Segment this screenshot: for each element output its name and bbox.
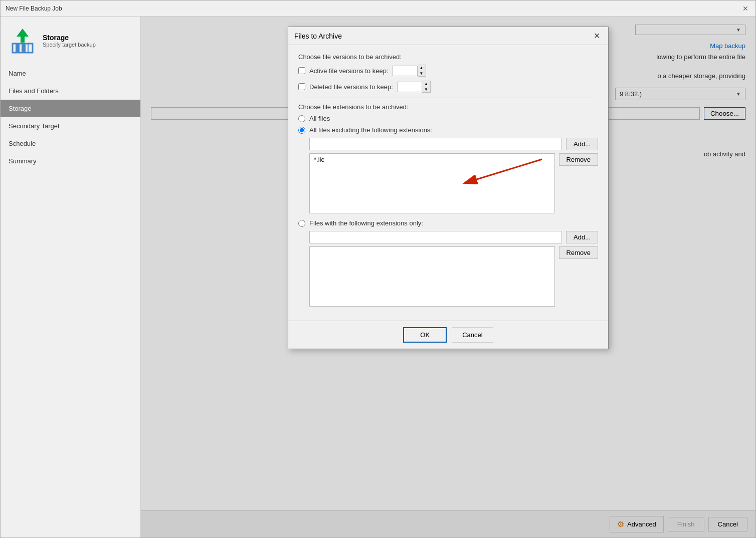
- modal-title: Files to Archive: [294, 32, 342, 40]
- excluding-radio-row: All files excluding the following extens…: [298, 126, 598, 134]
- sidebar-item-summary[interactable]: Summary: [1, 152, 140, 170]
- storage-icon: [9, 27, 37, 55]
- deleted-versions-input[interactable]: 3: [397, 82, 422, 92]
- outer-titlebar: New File Backup Job ✕: [1, 1, 755, 17]
- sidebar-item-storage[interactable]: Storage: [1, 100, 140, 117]
- excluding-ext-section: Add... *.lic Remove: [309, 138, 598, 213]
- deleted-versions-row: Deleted file versions to keep: 3 ▲ ▼: [298, 81, 598, 93]
- active-versions-label: Active file versions to keep:: [309, 67, 389, 75]
- wizard-body: Storage Specify target backup Name Files…: [1, 17, 755, 537]
- content-area: ▼ Map backup lowing to perform the entir…: [141, 17, 755, 537]
- only-label: Files with the following extensions only…: [309, 219, 423, 227]
- only-ext-listbox[interactable]: [309, 246, 555, 307]
- active-versions-input[interactable]: 10: [393, 66, 418, 76]
- svg-marker-0: [17, 29, 29, 43]
- all-files-label: All files: [309, 115, 330, 122]
- svg-rect-2: [16, 44, 20, 53]
- only-add-button[interactable]: Add...: [566, 231, 598, 243]
- deleted-versions-up[interactable]: ▲: [422, 81, 430, 87]
- modal-titlebar: Files to Archive ✕: [288, 27, 608, 45]
- modal-close-button[interactable]: ✕: [592, 31, 602, 41]
- all-files-radio[interactable]: [298, 115, 305, 122]
- active-versions-checkbox[interactable]: [298, 67, 305, 74]
- deleted-versions-checkbox[interactable]: [298, 83, 305, 90]
- active-versions-row: Active file versions to keep: 10 ▲ ▼: [298, 65, 598, 77]
- deleted-versions-down[interactable]: ▼: [422, 87, 430, 92]
- section1-label: Choose file versions to be archived:: [298, 53, 598, 61]
- outer-close-button[interactable]: ✕: [740, 5, 750, 13]
- sidebar-title-block: Storage Specify target backup: [43, 34, 96, 48]
- sidebar: Storage Specify target backup Name Files…: [1, 17, 141, 537]
- modal-overlay: Files to Archive ✕ Choose file versions …: [141, 17, 755, 537]
- only-list-row: Remove: [309, 246, 598, 307]
- section2-label: Choose file extensions to be archived:: [298, 103, 598, 111]
- active-versions-up[interactable]: ▲: [418, 65, 426, 71]
- svg-rect-3: [22, 44, 26, 53]
- deleted-versions-spinner[interactable]: 3 ▲ ▼: [397, 81, 431, 93]
- only-input-row: Add...: [309, 231, 598, 243]
- sidebar-subtitle: Specify target backup: [43, 42, 96, 48]
- cancel-modal-button[interactable]: Cancel: [452, 327, 493, 343]
- outer-window: New File Backup Job ✕ Storage Speci: [0, 0, 756, 538]
- sidebar-nav: Name Files and Folders Storage Secondary…: [1, 65, 140, 170]
- only-remove-button[interactable]: Remove: [559, 246, 598, 259]
- deleted-versions-label: Deleted file versions to keep:: [309, 83, 393, 91]
- excluding-radio[interactable]: [298, 127, 305, 134]
- excluding-remove-button[interactable]: Remove: [559, 153, 598, 166]
- excluding-list-row: *.lic Remove: [309, 153, 598, 213]
- deleted-versions-spin-buttons: ▲ ▼: [422, 81, 431, 93]
- only-radio-row: Files with the following extensions only…: [298, 219, 598, 227]
- active-versions-spinner[interactable]: 10 ▲ ▼: [393, 65, 426, 77]
- sidebar-item-secondary-target[interactable]: Secondary Target: [1, 117, 140, 135]
- modal-body: Choose file versions to be archived: Act…: [288, 45, 608, 321]
- excluding-input-row: Add...: [309, 138, 598, 150]
- sidebar-header: Storage Specify target backup: [1, 22, 140, 60]
- divider-1: [298, 98, 598, 98]
- sidebar-title: Storage: [43, 34, 96, 42]
- modal-footer: OK Cancel: [288, 321, 608, 349]
- excluding-add-button[interactable]: Add...: [566, 138, 598, 150]
- sidebar-item-schedule[interactable]: Schedule: [1, 135, 140, 152]
- sidebar-item-name[interactable]: Name: [1, 65, 140, 82]
- list-item: *.lic: [314, 156, 550, 163]
- excluding-ext-input[interactable]: [309, 138, 562, 150]
- outer-window-title: New File Backup Job: [6, 5, 62, 12]
- only-radio[interactable]: [298, 220, 305, 227]
- ok-button[interactable]: OK: [403, 327, 447, 343]
- excluding-ext-listbox[interactable]: *.lic: [309, 153, 555, 213]
- only-ext-section: Add... Remove: [309, 231, 598, 307]
- sidebar-item-files-and-folders[interactable]: Files and Folders: [1, 82, 140, 100]
- excluding-label: All files excluding the following extens…: [309, 126, 432, 134]
- svg-rect-4: [28, 44, 29, 53]
- all-files-radio-row: All files: [298, 115, 598, 122]
- files-to-archive-dialog: Files to Archive ✕ Choose file versions …: [288, 27, 609, 349]
- only-ext-input[interactable]: [309, 231, 562, 243]
- active-versions-down[interactable]: ▼: [418, 71, 426, 76]
- active-versions-spin-buttons: ▲ ▼: [418, 65, 426, 77]
